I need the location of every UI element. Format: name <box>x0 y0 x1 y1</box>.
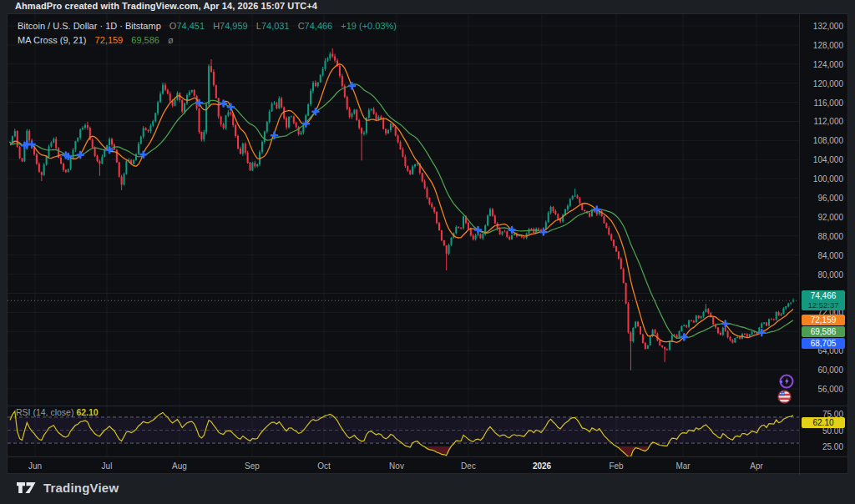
rsi-label: RSI (14, close) <box>16 407 73 417</box>
rsi-value-label: 62.10 <box>802 417 845 428</box>
price-axis-label: 80,000 <box>817 270 843 280</box>
time-axis-label-jun: Jun <box>28 461 42 471</box>
tradingview-logo-icon <box>17 481 37 494</box>
price-axis-label: 116,000 <box>814 98 843 108</box>
chart-panel: Bitcoin / U.S. Dollar · 1D · Bitstamp O7… <box>7 13 848 474</box>
price-axis-label: 112,000 <box>814 117 843 126</box>
bar-countdown: 12:52:37 <box>802 301 845 310</box>
main-chart-canvas[interactable] <box>8 14 799 406</box>
rsi-axis-label: 25.00 <box>822 442 843 451</box>
time-axis-label-feb: Feb <box>609 461 623 471</box>
indicator-badge-icon <box>778 373 795 390</box>
price-axis-label: 108,000 <box>813 136 843 145</box>
price-pane[interactable]: Bitcoin / U.S. Dollar · 1D · Bitstamp O7… <box>8 14 799 406</box>
rsi-legend[interactable]: RSI (14, close) 62.10 <box>16 407 99 417</box>
close-value: 74,466 <box>305 21 333 31</box>
time-axis-label-sep: Sep <box>245 461 260 471</box>
time-axis[interactable]: JunJulAugSepOctNovDec2026FebMarApr <box>8 457 799 475</box>
close-label: C <box>298 21 305 31</box>
ma-fast-value: 72,159 <box>95 35 124 45</box>
change-value: +19 (+0.03%) <box>341 21 397 31</box>
price-axis-label: 92,000 <box>817 213 843 222</box>
indicator-name: MA Cross (9, 21) <box>18 35 87 45</box>
price-axis-label: 56,000 <box>817 385 843 394</box>
price-axis-label: 128,000 <box>813 41 843 50</box>
price-axis-label: 96,000 <box>817 194 843 203</box>
high-value: 74,959 <box>220 21 248 31</box>
time-axis-label-apr: Apr <box>750 461 763 471</box>
ma-cross-legend-row[interactable]: MA Cross (9, 21) 72,159 69,586 ø <box>18 33 397 47</box>
footer-brand[interactable]: TradingView <box>17 481 119 495</box>
indicator-more-icon[interactable]: ø <box>168 35 174 45</box>
price-axis-label: 124,000 <box>813 60 843 69</box>
price-axis-label: 132,000 <box>813 22 843 31</box>
symbol-title: Bitcoin / U.S. Dollar · 1D · Bitstamp <box>18 21 161 31</box>
rsi-value: 62.10 <box>76 407 98 417</box>
tradingview-snapshot: AhmadPro created with TradingView.com, A… <box>0 0 855 504</box>
price-axis-label: 84,000 <box>817 251 843 260</box>
price-axis-label: 120,000 <box>813 79 843 88</box>
time-axis-label-oct: Oct <box>317 461 331 471</box>
last-price-label: 74,46612:52:37 <box>802 290 845 310</box>
symbol-legend-row[interactable]: Bitcoin / U.S. Dollar · 1D · Bitstamp O7… <box>18 19 397 33</box>
price-axis-label: 104,000 <box>813 155 843 164</box>
ma-slow-price-label: 69,586 <box>802 326 845 337</box>
tradingview-brand-text: TradingView <box>43 481 119 495</box>
time-axis-label-nov: Nov <box>389 461 404 471</box>
us-flag-icon <box>777 390 792 404</box>
legend: Bitcoin / U.S. Dollar · 1D · Bitstamp O7… <box>18 19 397 47</box>
low-value: 74,031 <box>261 21 290 31</box>
high-label: H <box>213 21 220 31</box>
time-axis-label-2026: 2026 <box>533 461 551 471</box>
time-axis-label-dec: Dec <box>461 461 476 471</box>
price-axis-label: 88,000 <box>817 232 843 241</box>
attribution-text: AhmadPro created with TradingView.com, A… <box>15 1 317 11</box>
rsi-pane[interactable]: RSI (14, close) 62.10 <box>8 406 799 456</box>
price-axis-label: 60,000 <box>817 365 843 375</box>
price-axis-label: 100,000 <box>813 174 843 184</box>
price-axis[interactable]: 56,00060,00064,00068,00072,00076,00080,0… <box>799 14 848 475</box>
extra-price-label: 68,705 <box>802 338 845 349</box>
open-value: 74,451 <box>176 21 205 31</box>
time-axis-label-jul: Jul <box>102 461 113 471</box>
time-axis-label-mar: Mar <box>675 461 690 471</box>
ma-fast-price-label: 72,159 <box>802 315 845 325</box>
ma-slow-value: 69,586 <box>131 35 159 45</box>
time-axis-label-aug: Aug <box>172 461 187 471</box>
rsi-canvas[interactable] <box>8 406 799 456</box>
